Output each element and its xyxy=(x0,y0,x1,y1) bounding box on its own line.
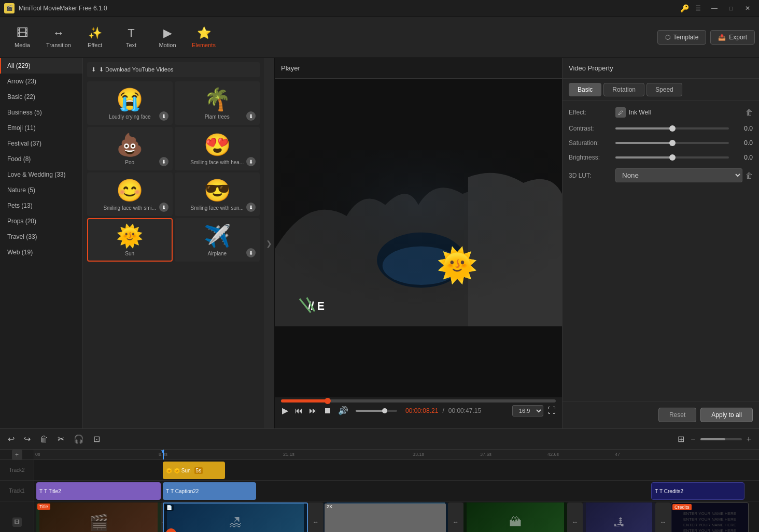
element-download-btn-palm[interactable]: ⬇ xyxy=(246,111,256,121)
saturation-slider[interactable] xyxy=(615,142,729,144)
template-button[interactable]: ⬡ Template xyxy=(657,30,707,45)
video-clip-5[interactable]: 🏞 xyxy=(583,502,655,532)
fullscreen-button[interactable]: ⛶ xyxy=(547,406,556,415)
progress-fill xyxy=(281,399,328,402)
sidebar-item-pets[interactable]: Pets (13) xyxy=(0,198,82,213)
maximize-button[interactable]: □ xyxy=(724,3,738,13)
contrast-slider[interactable] xyxy=(615,127,729,130)
element-smiling-heart[interactable]: 😍 Smiling face with hea... ⬇ xyxy=(175,127,260,170)
add-track-icon[interactable]: + xyxy=(12,450,22,460)
effect-delete-icon[interactable]: 🗑 xyxy=(746,108,753,117)
element-download-btn-sunglasses[interactable]: ⬇ xyxy=(246,203,256,212)
play-button[interactable]: ▶ xyxy=(281,405,289,416)
volume-thumb[interactable] xyxy=(382,408,387,413)
menu-icon[interactable]: ☰ xyxy=(695,5,701,12)
close-button[interactable]: ✕ xyxy=(740,3,755,13)
transition-2[interactable]: ↔ xyxy=(308,502,324,532)
element-download-btn-crying[interactable]: ⬇ xyxy=(159,111,168,121)
sidebar-item-business[interactable]: Business (5) xyxy=(0,105,82,120)
elements-tab[interactable]: ⭐ Elements xyxy=(186,19,222,56)
export-button[interactable]: 📤 Export xyxy=(710,30,755,45)
element-smiling-sunglasses[interactable]: 😎 Smiling face with sun... ⬇ xyxy=(175,172,260,216)
video-clip-1[interactable]: Title 🎬 xyxy=(36,502,161,532)
aspect-ratio-select[interactable]: 16:9 4:3 1:1 9:16 xyxy=(512,405,543,416)
element-download-btn-heart-face[interactable]: ⬇ xyxy=(246,157,256,166)
download-youtube-bar[interactable]: ⬇ ⬇ Download YouTube Videos xyxy=(87,62,260,77)
sidebar-item-food[interactable]: Food (8) xyxy=(0,151,82,167)
lut-delete-icon[interactable]: 🗑 xyxy=(746,171,753,180)
sidebar-item-nature[interactable]: Nature (5) xyxy=(0,182,82,198)
track2-label: Track2 xyxy=(0,460,34,481)
sidebar-item-festival[interactable]: Festival (37) xyxy=(0,136,82,151)
reset-button[interactable]: Reset xyxy=(658,408,696,422)
cut-button[interactable]: ✂ xyxy=(56,433,66,445)
lut-select[interactable]: None xyxy=(615,168,742,182)
video-clip-2[interactable]: 📄 🏖 ✕ xyxy=(163,502,308,532)
delete-clip-button[interactable]: 🗑 xyxy=(38,433,50,445)
playhead[interactable] xyxy=(163,450,164,459)
element-airplane[interactable]: ✈️ Airplane ⬇ xyxy=(175,218,260,262)
element-download-btn-poo[interactable]: ⬇ xyxy=(159,157,168,166)
transition-3[interactable]: ↔ xyxy=(448,502,463,532)
track2-row: 🌞 🌞 Sun 5s xyxy=(34,460,759,481)
effect-value: 🖊 Ink Well 🗑 xyxy=(615,107,753,118)
transition-4[interactable]: ↔ xyxy=(567,502,583,532)
apply-all-button[interactable]: Apply to all xyxy=(700,408,753,422)
sidebar-item-love-wedding[interactable]: Love & Wedding (33) xyxy=(0,167,82,182)
sidebar-item-arrow[interactable]: Arrow (23) xyxy=(0,74,82,89)
skip-forward-button[interactable]: ⏭ xyxy=(308,405,318,416)
text-tab[interactable]: T Text xyxy=(113,19,149,56)
element-smiling-face[interactable]: 😊 Smiling face with smi... ⬇ xyxy=(87,172,173,216)
minimize-button[interactable]: — xyxy=(707,3,722,13)
credits2-clip[interactable]: T T Credits2 xyxy=(651,482,744,500)
element-sun[interactable]: 🌞 Sun xyxy=(87,218,173,262)
tab-rotation[interactable]: Rotation xyxy=(603,83,644,96)
ruler-mark-0: 0s xyxy=(35,452,40,457)
transition-5[interactable]: ↔ xyxy=(655,502,671,532)
zoom-fit-button[interactable]: ⊞ xyxy=(676,433,686,445)
player-progress-bar[interactable] xyxy=(281,399,556,402)
redo-button[interactable]: ↪ xyxy=(22,433,32,445)
panel-collapse-btn[interactable]: ❯ xyxy=(264,58,274,428)
title2-clip[interactable]: T T Title2 xyxy=(36,482,161,500)
element-palm-trees[interactable]: 🌴 Plam trees ⬇ xyxy=(175,81,260,125)
transition-tab[interactable]: ↔ Transition xyxy=(40,19,77,56)
element-loudly-crying-face[interactable]: 😭 Loudly crying face ⬇ xyxy=(87,81,173,125)
stop-button[interactable]: ⏹ xyxy=(322,405,333,416)
sidebar-item-basic[interactable]: Basic (22) xyxy=(0,89,82,105)
tab-speed[interactable]: Speed xyxy=(646,83,682,96)
sidebar-item-all[interactable]: All (229) xyxy=(0,58,82,74)
content-area: All (229) Arrow (23) Basic (22) Business… xyxy=(0,58,759,428)
audio-button[interactable]: 🎧 xyxy=(72,433,86,445)
undo-button[interactable]: ↩ xyxy=(6,433,16,445)
saturation-slider-thumb[interactable] xyxy=(669,140,676,146)
element-poo[interactable]: 💩 Poo ⬇ xyxy=(87,127,173,170)
zoom-out-button[interactable]: − xyxy=(689,433,697,445)
element-download-btn-airplane[interactable]: ⬇ xyxy=(246,248,256,257)
video-clip-6[interactable]: Credits ENTER YOUR NAME HEREENTER YOUR N… xyxy=(671,502,749,532)
sidebar-item-travel[interactable]: Travel (33) xyxy=(0,229,82,245)
video-clip-4[interactable]: 🏔 xyxy=(463,502,567,532)
contrast-slider-thumb[interactable] xyxy=(669,125,676,132)
zoom-in-button[interactable]: + xyxy=(745,433,753,445)
skip-back-button[interactable]: ⏮ xyxy=(293,405,304,416)
video-clip-3[interactable]: 🏊 2X xyxy=(324,502,448,532)
sidebar-item-props[interactable]: Props (20) xyxy=(0,213,82,229)
tab-basic[interactable]: Basic xyxy=(569,83,601,96)
sun-clip[interactable]: 🌞 🌞 Sun 5s xyxy=(163,462,225,479)
media-tab[interactable]: 🎞 Media xyxy=(4,19,40,56)
video-track-icon[interactable]: 🎞 xyxy=(12,517,22,527)
brightness-slider-thumb[interactable] xyxy=(669,154,676,161)
zoom-slider[interactable] xyxy=(700,438,742,440)
volume-button[interactable]: 🔊 xyxy=(337,405,349,416)
sidebar-item-emoji[interactable]: Emoji (11) xyxy=(0,120,82,136)
effect-tab[interactable]: ✨ Effect xyxy=(77,19,113,56)
progress-thumb[interactable] xyxy=(325,398,331,404)
element-download-btn-smile[interactable]: ⬇ xyxy=(159,203,168,212)
motion-tab[interactable]: ▶ Motion xyxy=(149,19,186,56)
crop-button[interactable]: ⊡ xyxy=(92,433,102,445)
volume-slider[interactable] xyxy=(356,410,397,412)
brightness-slider[interactable] xyxy=(615,156,729,159)
caption22-clip[interactable]: T T Caption22 xyxy=(163,482,256,500)
sidebar-item-web[interactable]: Web (19) xyxy=(0,245,82,260)
